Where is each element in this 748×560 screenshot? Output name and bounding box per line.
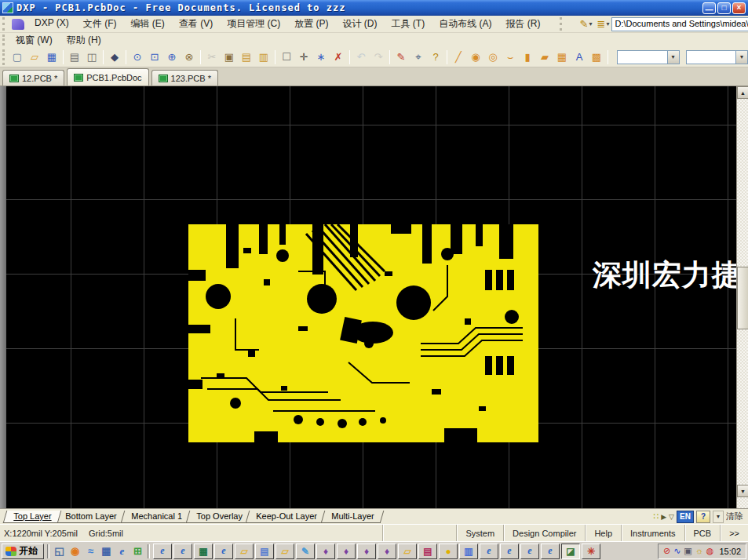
print-preview-button[interactable]: ◫ bbox=[83, 49, 100, 65]
volume-muted-icon[interactable]: ⊘ bbox=[663, 547, 670, 555]
panel-button[interactable]: >> bbox=[720, 525, 748, 541]
component-combo[interactable]: ▾ bbox=[686, 50, 748, 64]
taskbar-window-button[interactable]: ▤ bbox=[418, 544, 437, 559]
taskbar-window-button[interactable]: e bbox=[173, 544, 192, 559]
language-help-button[interactable]: ? bbox=[696, 511, 710, 523]
place-pad-button[interactable]: ◉ bbox=[467, 49, 484, 65]
messenger-icon[interactable]: ≈ bbox=[84, 544, 97, 558]
arrange-button[interactable]: ∗ bbox=[312, 49, 330, 65]
tip-icon[interactable]: ☼ bbox=[695, 547, 703, 555]
address-value[interactable]: D:\Documents and Settings\midea\桌面 bbox=[612, 18, 748, 30]
layer-tab[interactable]: Mechanical 1 bbox=[120, 511, 192, 523]
zoom-area-button[interactable]: ⊡ bbox=[146, 49, 163, 65]
save-button[interactable]: ▦ bbox=[43, 49, 60, 65]
alert-icon[interactable]: ◍ bbox=[706, 547, 714, 555]
place-component-button[interactable]: ▩ bbox=[588, 49, 605, 65]
taskbar-window-button[interactable]: ♦ bbox=[337, 544, 356, 559]
scrollbar-thumb[interactable] bbox=[737, 267, 748, 329]
cut-button[interactable]: ✂ bbox=[203, 49, 221, 65]
wiring-toolbar-button[interactable]: ✎▾ bbox=[577, 16, 594, 32]
panel-button[interactable]: Instruments bbox=[621, 525, 684, 541]
taskbar-window-button[interactable]: ▱ bbox=[398, 544, 417, 559]
layer-tab[interactable]: Top Overlay bbox=[185, 511, 252, 523]
filter-icon[interactable]: ▽ bbox=[669, 513, 674, 521]
taskbar-window-button[interactable]: ✎ bbox=[296, 544, 315, 559]
layer-tab[interactable]: Keep-Out Layer bbox=[246, 511, 327, 523]
menu-item[interactable]: 报告 (R) bbox=[498, 16, 547, 32]
menu-item[interactable]: 自动布线 (A) bbox=[432, 16, 498, 32]
minimize-button[interactable]: — bbox=[702, 2, 716, 14]
address-combo[interactable]: D:\Documents and Settings\midea\桌面 ▾ bbox=[611, 17, 748, 31]
taskbar-window-button[interactable]: ▤ bbox=[255, 544, 274, 559]
panel-button[interactable]: System bbox=[456, 525, 503, 541]
menu-item[interactable]: 文件 (F) bbox=[76, 16, 124, 32]
taskbar-window-button[interactable]: ▱ bbox=[275, 544, 294, 559]
toolbar-grip[interactable] bbox=[2, 17, 6, 31]
clear-filter-button[interactable]: ✗ bbox=[330, 49, 347, 65]
menu-item[interactable]: 编辑 (E) bbox=[123, 16, 171, 32]
language-indicator[interactable]: EN bbox=[677, 511, 694, 523]
vertical-scrollbar[interactable]: ▲ ▼ bbox=[736, 86, 748, 508]
windows-update-icon[interactable]: ⊞ bbox=[131, 544, 144, 558]
start-button[interactable]: 开始 bbox=[2, 544, 44, 559]
show-desktop-icon[interactable]: ◱ bbox=[53, 544, 66, 558]
dxp-menu-icon[interactable] bbox=[12, 19, 24, 30]
close-button[interactable]: × bbox=[732, 2, 746, 14]
taskbar-window-button[interactable]: ♦ bbox=[357, 544, 376, 559]
layer-scroll-right-button[interactable]: ▶ bbox=[661, 513, 666, 521]
taskbar-window-button[interactable]: e bbox=[541, 544, 560, 559]
taskbar-window-button[interactable]: ▦ bbox=[194, 544, 213, 559]
find-similar-button[interactable]: ⌖ bbox=[410, 49, 427, 65]
browse-library-button[interactable]: ◆ bbox=[106, 49, 123, 65]
menu-item[interactable]: DXP (X) bbox=[27, 16, 76, 32]
place-fill-button[interactable]: ▮ bbox=[519, 49, 536, 65]
panel-button[interactable]: PCB bbox=[684, 525, 721, 541]
copy-button[interactable]: ▣ bbox=[221, 49, 238, 65]
menu-item[interactable]: 项目管理 (C) bbox=[220, 16, 287, 32]
document-tab[interactable]: 123.PCB * bbox=[151, 70, 218, 85]
pcb-canvas[interactable]: 深圳宏力捷 bbox=[0, 86, 736, 508]
document-tab[interactable]: PCB1.PcbDoc bbox=[67, 68, 148, 85]
taskbar-window-button[interactable]: e bbox=[153, 544, 172, 559]
select-area-button[interactable]: ☐ bbox=[278, 49, 295, 65]
scroll-up-button[interactable]: ▲ bbox=[737, 86, 748, 99]
internet-explorer-icon[interactable]: e bbox=[115, 544, 129, 558]
zoom-window-button[interactable]: ⊙ bbox=[129, 49, 146, 65]
menu-item[interactable]: 设计 (D) bbox=[335, 16, 384, 32]
menu-item[interactable]: 帮助 (H) bbox=[60, 32, 108, 49]
help-button[interactable]: ? bbox=[427, 49, 444, 65]
monitor-signal-icon[interactable]: ∿ bbox=[673, 547, 680, 555]
taskbar-window-button[interactable]: ▥ bbox=[459, 544, 478, 559]
interactive-routing-button[interactable]: ✎ bbox=[392, 49, 410, 65]
place-arc-button[interactable]: ⌣ bbox=[502, 49, 519, 65]
toolbar-grip[interactable] bbox=[2, 35, 6, 45]
mask-level-icon[interactable]: ∷ bbox=[653, 511, 659, 522]
layer-tab[interactable]: Multi-Layer bbox=[321, 511, 385, 523]
place-string-button[interactable]: A bbox=[571, 49, 588, 65]
redo-button[interactable]: ↷ bbox=[370, 49, 387, 65]
document-tab[interactable]: 12.PCB * bbox=[2, 70, 64, 85]
taskbar-window-button[interactable]: ▱ bbox=[235, 544, 254, 559]
panel-button[interactable]: Design Compiler bbox=[503, 525, 585, 541]
toolbar-grip[interactable] bbox=[2, 49, 6, 65]
taskbar-window-button[interactable]: ♦ bbox=[316, 544, 335, 559]
layer-tab[interactable]: Top Layer bbox=[3, 511, 62, 523]
move-button[interactable]: ✛ bbox=[295, 49, 312, 65]
taskbar-window-button[interactable]: e bbox=[480, 544, 498, 559]
network-icon[interactable]: ▣ bbox=[684, 547, 691, 555]
net-combo[interactable]: ▾ bbox=[617, 50, 680, 64]
place-array-button[interactable]: ▦ bbox=[553, 49, 571, 65]
menu-item[interactable]: 工具 (T) bbox=[384, 16, 432, 32]
scroll-down-button[interactable]: ▼ bbox=[737, 485, 748, 497]
print-button[interactable]: ▤ bbox=[66, 49, 83, 65]
menu-item[interactable]: 查看 (V) bbox=[172, 16, 220, 32]
cross-probe-button[interactable]: ⊗ bbox=[181, 49, 198, 65]
language-options-button[interactable]: ▾ bbox=[713, 511, 724, 523]
media-player-icon[interactable]: ◉ bbox=[68, 544, 82, 558]
paste-special-button[interactable]: ▥ bbox=[255, 49, 272, 65]
net-combo-dropdown-icon[interactable]: ▾ bbox=[667, 51, 679, 64]
zoom-selected-button[interactable]: ⊕ bbox=[163, 49, 181, 65]
open-document-button[interactable]: ▱ bbox=[26, 49, 43, 65]
taskbar-window-button[interactable]: ♦ bbox=[378, 544, 396, 559]
calculator-icon[interactable]: ▦ bbox=[100, 544, 113, 558]
